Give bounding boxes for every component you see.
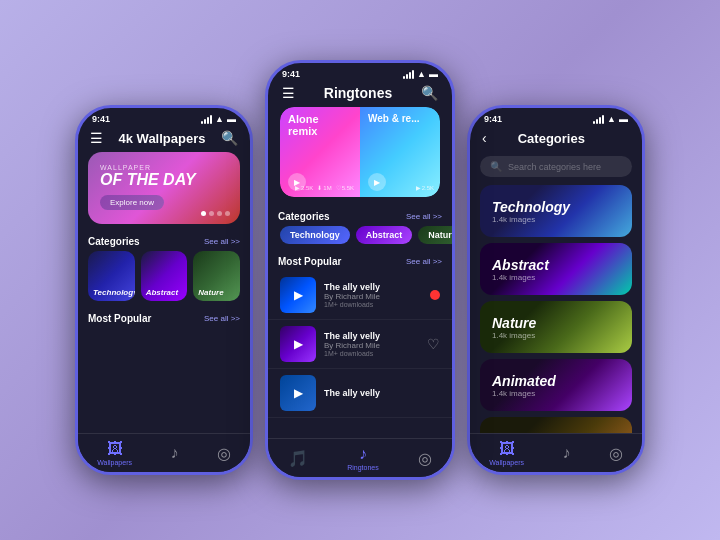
- bc-tech-sub: 1.4k images: [492, 215, 570, 224]
- center-pop-header: Most Popular See all >>: [268, 252, 452, 271]
- search-icon-center[interactable]: 🔍: [421, 85, 438, 101]
- rt-right-title: Web & re...: [368, 113, 436, 124]
- rt-title-3: The ally velly: [324, 388, 440, 398]
- nav-ringtones-c[interactable]: ♪ Ringtones: [347, 445, 379, 471]
- music-icon-left: ♪: [170, 444, 178, 462]
- hero-label: WALLPAPER: [100, 164, 228, 171]
- dot-4: [225, 211, 230, 216]
- search-bar-right[interactable]: 🔍 Search categories here: [480, 156, 632, 177]
- bc-tech-title: Technology: [492, 199, 570, 215]
- phone-left: 9:41 ▲ ▬ ☰ 4k Wallpapers 🔍 WALLPAPER OF …: [75, 105, 253, 475]
- phones-container: 9:41 ▲ ▬ ☰ 4k Wallpapers 🔍 WALLPAPER OF …: [75, 60, 645, 480]
- music-icon-r: ♪: [562, 444, 570, 462]
- bottom-nav-left: 🖼 Wallpapers ♪ ◎: [78, 433, 250, 472]
- search-icon-left[interactable]: 🔍: [221, 130, 238, 146]
- nav-wallpapers-right[interactable]: 🖼 Wallpapers: [489, 440, 524, 466]
- categories-see-all[interactable]: See all >>: [204, 237, 240, 246]
- center-cat-header: Categories See all >>: [268, 207, 452, 226]
- settings-icon-r: ◎: [609, 444, 623, 463]
- popular-header: Most Popular See all >>: [78, 309, 250, 328]
- wifi-icon-c: ▲: [417, 69, 426, 79]
- center-cat-see-all[interactable]: See all >>: [406, 212, 442, 221]
- phone-center: 9:41 ▲ ▬ ☰ Ringtones 🔍 Alone remix ▶ ▶2.…: [265, 60, 455, 480]
- rt-item-1[interactable]: ▶ The ally velly By Richard Mile 1M+ dow…: [268, 271, 452, 320]
- popular-see-all[interactable]: See all >>: [204, 314, 240, 323]
- big-cat-technology[interactable]: Technology 1.4k images: [480, 185, 632, 237]
- bc-abstract-title: Abstract: [492, 257, 549, 273]
- categories-title: Categories: [88, 236, 140, 247]
- c-cat-tech[interactable]: Technology: [280, 226, 350, 244]
- cat-nature[interactable]: Nature: [193, 251, 240, 301]
- hero-title: OF THE DAY: [100, 171, 228, 189]
- record-icon-1[interactable]: [430, 290, 440, 300]
- dot-3: [217, 211, 222, 216]
- center-header: ☰ Ringtones 🔍: [268, 81, 452, 107]
- big-cat-animated[interactable]: Animated 1.4k images: [480, 359, 632, 411]
- rt-item-3[interactable]: ▶ The ally velly: [268, 369, 452, 418]
- rt-dl-1: 1M+ downloads: [324, 301, 422, 308]
- categories-header: Categories See all >>: [78, 232, 250, 251]
- rt-item-2[interactable]: ▶ The ally velly By Richard Mile 1M+ dow…: [268, 320, 452, 369]
- center-pop-title: Most Popular: [278, 256, 341, 267]
- status-bar-center: 9:41 ▲ ▬: [268, 63, 452, 81]
- battery-icon-r: ▬: [619, 114, 628, 124]
- big-cat-abstract[interactable]: Abstract 1.4k images: [480, 243, 632, 295]
- rt-likes: ♡5.5K: [336, 184, 354, 191]
- settings-icon-c: ◎: [418, 449, 432, 468]
- rt-plays: ▶2.5K: [295, 184, 313, 191]
- back-button[interactable]: ‹: [482, 130, 487, 146]
- signal-icon: [201, 115, 212, 124]
- bc-abstract-content: Abstract 1.4k images: [492, 257, 549, 282]
- ringtone-hero: Alone remix ▶ ▶2.5K ⬇1M ♡5.5K Web & re..…: [280, 107, 440, 197]
- heart-icon-rt2[interactable]: ♡: [427, 336, 440, 352]
- bc-nature-title: Nature: [492, 315, 536, 331]
- rt-play-right[interactable]: ▶: [368, 173, 386, 191]
- pop-col-left: ♡ ♡: [88, 328, 161, 334]
- wifi-icon: ▲: [215, 114, 224, 124]
- time-center: 9:41: [282, 69, 300, 79]
- battery-icon: ▬: [227, 114, 236, 124]
- rt-info-3: The ally velly: [324, 388, 440, 398]
- nav-settings-left[interactable]: ◎: [217, 444, 231, 463]
- center-pop-see-all[interactable]: See all >>: [406, 257, 442, 266]
- nav-music-right[interactable]: ♪: [562, 444, 570, 462]
- nav-music-left[interactable]: ♪: [170, 444, 178, 462]
- status-icons-left: ▲ ▬: [201, 114, 236, 124]
- rt-plays2: ▶2.5K: [416, 184, 434, 191]
- wallpaper-icon: 🖼: [107, 440, 123, 458]
- music-icon-c: 🎵: [288, 449, 308, 468]
- cat-abstract-label: Abstract: [146, 288, 178, 297]
- app-header-left: ☰ 4k Wallpapers 🔍: [78, 126, 250, 152]
- dot-1: [201, 211, 206, 216]
- phone-right: 9:41 ▲ ▬ ‹ Categories 🔍 Search categorie…: [467, 105, 645, 475]
- rt-card-left[interactable]: Alone remix ▶ ▶2.5K ⬇1M ♡5.5K: [280, 107, 360, 197]
- cat-technology[interactable]: Technology: [88, 251, 135, 301]
- bc-tech-content: Technology 1.4k images: [492, 199, 570, 224]
- nav-settings-right[interactable]: ◎: [609, 444, 623, 463]
- time-right: 9:41: [484, 114, 502, 124]
- cat-abstract[interactable]: Abstract: [141, 251, 188, 301]
- big-cat-nature[interactable]: Nature 1.4k images: [480, 301, 632, 353]
- signal-icon-c: [403, 70, 414, 79]
- carousel-dots: [201, 211, 230, 216]
- bc-nature-sub: 1.4k images: [492, 331, 536, 340]
- nav-wallpapers-label: Wallpapers: [97, 459, 132, 466]
- center-title: Ringtones: [324, 85, 392, 101]
- menu-icon-center[interactable]: ☰: [282, 85, 295, 101]
- c-cat-nature[interactable]: Nature: [418, 226, 455, 244]
- search-icon-right: 🔍: [490, 161, 502, 172]
- rt-stats-right: ▶2.5K: [416, 184, 434, 191]
- c-cat-abstract[interactable]: Abstract: [356, 226, 413, 244]
- rt-card-right[interactable]: Web & re... ▶ ▶2.5K: [360, 107, 440, 197]
- nav-wallpapers-label-r: Wallpapers: [489, 459, 524, 466]
- ringtone-icon-c: ♪: [359, 445, 367, 463]
- rt-title-2: The ally velly: [324, 331, 419, 341]
- nav-wallpapers-left[interactable]: 🖼 Wallpapers: [97, 440, 132, 466]
- nav-settings-c[interactable]: ◎: [418, 449, 432, 468]
- nav-music-c[interactable]: 🎵: [288, 449, 308, 468]
- hamburger-icon[interactable]: ☰: [90, 130, 103, 146]
- center-cat-row: Technology Abstract Nature: [268, 226, 452, 252]
- bc-abstract-sub: 1.4k images: [492, 273, 549, 282]
- rt-downloads: ⬇1M: [317, 184, 331, 191]
- explore-button[interactable]: Explore now: [100, 195, 164, 210]
